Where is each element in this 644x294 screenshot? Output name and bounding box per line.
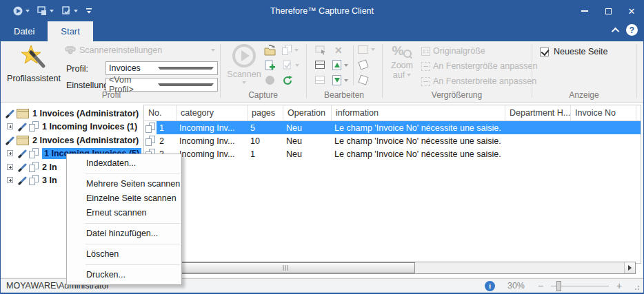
list-header: No. category pages Operation information… [144, 105, 641, 121]
horizontal-scrollbar[interactable] [144, 262, 636, 274]
scroll-right-button[interactable] [624, 262, 635, 273]
select-page-button[interactable] [315, 45, 327, 55]
zoom-to-button[interactable]: % Zoom auf [385, 44, 419, 80]
pages-icon [29, 148, 39, 158]
minimize-icon [581, 10, 588, 12]
menu-item-einzelne-seite[interactable]: Einzelne Seite scannen [67, 191, 181, 206]
tree-item-doc-1[interactable]: 1 Incoming Invoices (1) [7, 120, 137, 133]
column-header-pages[interactable]: pages [248, 105, 283, 120]
menu-item-drucken[interactable]: Drucken... [67, 268, 181, 282]
rotate-left-icon [358, 59, 368, 70]
tree-item-doc-4[interactable]: 3 In [7, 174, 57, 187]
rotate-right-button[interactable] [359, 76, 368, 84]
application-window: Therefore™ Capture Client ✕ Datei Start … [0, 0, 644, 294]
bottom-panel-button[interactable] [315, 76, 325, 84]
cell-information: Le champ 'Invoice No' nécessite une sais… [332, 123, 641, 133]
verify-pages-button[interactable] [282, 60, 299, 70]
menu-separator [85, 174, 180, 174]
fit-window-button[interactable]: An Fenstergröße anpassen [421, 61, 537, 71]
table-row[interactable]: 1 Incoming Inv... 5 Neu Le champ 'Invoic… [144, 121, 641, 134]
minimize-button[interactable] [573, 1, 596, 21]
window-controls: ✕ [573, 1, 643, 21]
scanner-icon [65, 45, 77, 55]
menu-item-erneut-scannen[interactable]: Erneut scannen [67, 206, 181, 220]
move-page-up-button[interactable] [332, 60, 348, 70]
column-header-category[interactable]: category [177, 105, 248, 120]
info-icon[interactable]: i [485, 281, 495, 291]
move-page-down-button[interactable] [332, 75, 348, 85]
chevron-down-icon [344, 79, 348, 82]
scanner-settings-label: Scannereinstellungen [79, 45, 162, 55]
rescan-refresh-button[interactable] [282, 75, 293, 86]
fit-width-label: An Fensterbreite anpassen [433, 76, 536, 86]
scan-button[interactable]: Scannen [227, 44, 261, 84]
menu-item-loeschen[interactable]: Löschen [67, 247, 181, 262]
einstellung-combobox[interactable]: <Vom Profil> [105, 78, 218, 92]
scrollbar-grip-icon [283, 265, 288, 271]
column-header-operation[interactable]: Operation [283, 105, 332, 120]
table-row[interactable]: 3 Incoming Inv... 1 Neu Le champ 'Invoic… [144, 147, 641, 160]
document-list: No. category pages Operation information… [143, 105, 641, 264]
add-page-button[interactable] [264, 60, 275, 72]
chevron-down-icon [295, 64, 299, 67]
tree-item-batch-2[interactable]: 2 Invoices (Administrator) [6, 134, 139, 147]
menu-item-indexdaten[interactable]: Indexdaten... [67, 156, 181, 171]
edit-pencil-icon [18, 176, 28, 185]
expand-icon[interactable] [7, 164, 13, 170]
open-batch-button[interactable] [264, 45, 276, 56]
column-header-department[interactable]: Department H... [505, 105, 571, 120]
scanner-settings-button[interactable]: Scannereinstellungen [65, 45, 218, 55]
pages-icon [29, 162, 39, 172]
arrow-right-icon [628, 265, 632, 271]
delete-page-button[interactable]: ✕ [334, 45, 343, 56]
rotate-left-button[interactable] [359, 61, 368, 69]
newest-page-checkbox[interactable]: Neueste Seite [540, 47, 608, 56]
column-header-invoice-no[interactable]: Invoice No [571, 105, 636, 120]
original-size-label: Originalgröße [433, 46, 485, 56]
close-button[interactable]: ✕ [620, 1, 643, 21]
bottom-panel-icon [315, 76, 325, 84]
resize-grip[interactable] [631, 282, 639, 290]
zoom-to-label-line2: auf [393, 70, 405, 80]
pages-icon [29, 121, 39, 132]
zoom-slider[interactable] [551, 281, 609, 291]
magic-wand-icon [21, 44, 46, 70]
menu-item-mehrere-seiten[interactable]: Mehrere Seiten scannen [67, 177, 181, 191]
column-header-no[interactable]: No. [144, 105, 177, 120]
expand-icon[interactable] [7, 177, 13, 183]
zoom-in-button[interactable]: + [613, 280, 625, 291]
chevron-down-icon [211, 49, 215, 52]
insert-image-button[interactable] [358, 45, 375, 54]
tree-item-doc-3[interactable]: 2 In [7, 160, 57, 174]
slider-thumb[interactable] [556, 281, 561, 291]
menu-item-datei-hinzufuegen[interactable]: Datei hinzufügen... [67, 227, 181, 241]
fit-width-button[interactable]: An Fensterbreite anpassen [421, 76, 536, 86]
cell-information: Le champ 'Invoice No' nécessite une sais… [332, 136, 641, 146]
cell-category: Incoming Inv... [177, 123, 248, 133]
tab-start[interactable]: Start [48, 21, 92, 41]
profil-combobox[interactable]: Invoices [105, 61, 218, 75]
column-header-information[interactable]: information [332, 105, 505, 120]
table-row[interactable]: 2 Incoming Inv... 10 Neu Le champ 'Invoi… [144, 134, 641, 147]
cell-operation: Neu [283, 136, 332, 146]
group-label-capture: Capture [220, 90, 306, 100]
newest-page-label: Neueste Seite [554, 47, 608, 56]
pages-icon [29, 175, 39, 185]
zoom-out-button[interactable]: − [534, 280, 547, 291]
zoom-to-label-line2-wrap: auf [393, 70, 411, 80]
maximize-icon [605, 8, 612, 14]
profile-wizard-button[interactable]: Profilassistent [6, 44, 61, 83]
scrollbar-thumb[interactable] [156, 262, 415, 273]
expand-icon[interactable] [7, 123, 13, 129]
chevron-down-icon [371, 48, 375, 51]
copy-pages-button[interactable] [282, 45, 299, 55]
maximize-button[interactable] [596, 1, 620, 21]
expand-icon[interactable] [7, 150, 13, 156]
tab-datei[interactable]: Datei [1, 21, 48, 41]
original-size-button[interactable]: 1:1 Originalgröße [421, 46, 485, 56]
checkbox-checked-icon [540, 48, 549, 56]
tree-item-batch-1[interactable]: 1 Invoices (Administrator) [6, 107, 139, 120]
stop-scan-button[interactable] [265, 75, 275, 85]
top-panel-button[interactable] [315, 61, 325, 69]
help-icon[interactable]: ? [626, 24, 638, 36]
